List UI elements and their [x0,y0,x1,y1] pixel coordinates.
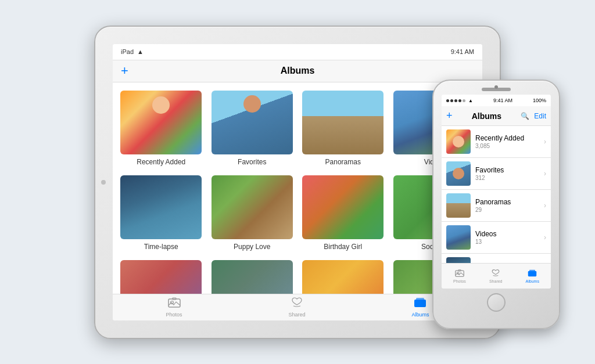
ipad-album-favorites[interactable]: Favorites [210,91,295,166]
ipad-album-thumb-row3a [120,260,202,294]
chevron-right-icon: › [544,170,546,178]
ipad-screen: iPad ▲ 9:41 AM + Albums Recently Add [113,44,482,320]
ipad-albums-grid-container: Recently Added Favorites Panoramas [113,82,482,294]
ipad-time: 9:41 AM [451,48,474,55]
ipad-tab-photos[interactable]: Photos [166,297,182,318]
ipad-album-thumb-panoramas [302,91,383,154]
iphone-edit-button[interactable]: Edit [534,112,546,120]
iphone-album-count-favorites: 312 [475,175,539,181]
ipad-tab-albums-label: Albums [411,312,429,318]
ipad-album-recently-added[interactable]: Recently Added [119,91,204,166]
iphone-album-timelapse[interactable]: Time-lapse 24 › [442,254,551,263]
svg-rect-4 [416,298,424,300]
chevron-right-icon: › [544,138,546,146]
ipad-title: Albums [281,66,315,76]
ipad-album-thumb-recently-added [120,91,202,154]
ipad-album-thumb-row3b [212,260,293,294]
iphone-title: Albums [472,111,501,121]
ipad-album-thumb-birthday [302,175,383,239]
ipad-album-panoramas[interactable]: Panoramas [300,91,386,166]
iphone-thumb-videos [446,225,471,250]
iphone-album-count-videos: 13 [475,239,539,245]
iphone-thumb-recently-added [446,129,471,154]
ipad-album-label-birthday: Birthday Girl [324,243,362,251]
ipad-tab-shared[interactable]: Shared [288,297,305,318]
iphone-album-videos[interactable]: Videos 13 › [442,222,551,254]
chevron-right-icon: › [544,201,546,210]
iphone-home-button[interactable] [487,293,506,312]
iphone-album-count-recently-added: 3,085 [475,143,539,149]
iphone-album-panoramas[interactable]: Panoramas 29 › [442,190,551,222]
iphone-thumb-timelapse [446,257,471,263]
iphone-time: 9:41 AM [493,98,512,103]
ipad-albums-grid: Recently Added Favorites Panoramas [119,91,476,294]
ipad-tab-shared-label: Shared [288,312,305,318]
ipad-device-label: iPad [121,48,134,55]
iphone-tab-shared[interactable]: Shared [489,269,503,283]
iphone-tab-bar: Photos Shared Albums [442,263,551,289]
iphone-camera [494,85,498,89]
iphone-nav-actions: 🔍 Edit [521,112,546,120]
iphone-screen: ▲ 9:41 AM 100% + Albums 🔍 Edit [442,95,551,289]
iphone-device: ▲ 9:41 AM 100% + Albums 🔍 Edit [432,80,560,329]
iphone-album-info-panoramas: Panoramas 29 [471,198,544,213]
photos-tab-icon [455,269,464,279]
ipad-album-puppy-love[interactable]: Puppy Love [210,175,295,251]
ipad-album-label-panoramas: Panoramas [325,158,361,166]
svg-rect-3 [414,300,426,307]
iphone-albums-list: Recently Added 3,085 › Favorites 312 › [442,126,551,263]
ipad-nav-bar: + Albums [113,60,482,82]
ipad-album-label-recently-added: Recently Added [137,158,185,166]
svg-rect-8 [528,271,536,276]
ipad-album-birthday[interactable]: Birthday Girl [300,175,386,251]
ipad-tab-photos-label: Photos [166,312,182,318]
iphone-album-name-videos: Videos [475,230,539,238]
photos-icon [168,297,181,311]
iphone-album-info-recently-added: Recently Added 3,085 [471,134,544,149]
iphone-tab-albums-label: Albums [526,279,539,283]
ipad-status-bar: iPad ▲ 9:41 AM [113,44,482,60]
ipad-album-thumb-timelapse [120,175,202,239]
iphone-album-recently-added[interactable]: Recently Added 3,085 › [442,126,551,158]
iphone-album-favorites[interactable]: Favorites 312 › [442,158,551,190]
ipad-wifi-icon: ▲ [137,48,144,55]
ipad-album-row3c[interactable] [300,260,386,294]
ipad-home-button[interactable] [101,180,106,185]
face-shape [243,95,261,113]
iphone-wifi-icon: ▲ [468,98,473,103]
ipad-add-button[interactable]: + [121,63,128,78]
iphone-album-info-videos: Videos 13 [471,230,544,245]
shared-tab-icon [491,269,500,279]
ipad-album-thumb-favorites [212,91,293,154]
svg-rect-9 [529,269,535,271]
ipad-album-row3b[interactable] [210,260,295,294]
ipad-status-left: iPad ▲ [121,48,144,55]
iphone-tab-photos-label: Photos [453,279,466,283]
iphone-tab-albums[interactable]: Albums [526,269,539,283]
iphone-album-name-favorites: Favorites [475,166,539,174]
svg-rect-0 [169,299,180,307]
iphone-thumb-panoramas [446,193,471,218]
ipad-album-thumb-puppy-love [212,175,293,239]
iphone-status-bar: ▲ 9:41 AM 100% [442,95,551,106]
iphone-album-count-panoramas: 29 [475,207,539,213]
ipad-album-row3a[interactable] [119,260,204,294]
chevron-right-icon: › [544,233,546,242]
albums-tab-icon [528,269,537,279]
iphone-search-button[interactable]: 🔍 [521,112,529,120]
ipad-tab-albums[interactable]: Albums [411,297,429,318]
ipad-album-label-timelapse: Time-lapse [144,243,178,251]
ipad-album-timelapse[interactable]: Time-lapse [119,175,204,251]
ipad-tab-bar: Photos Shared Albums [113,294,482,320]
iphone-album-info-favorites: Favorites 312 [471,166,544,181]
iphone-add-button[interactable]: + [446,110,453,122]
iphone-tab-photos[interactable]: Photos [453,269,466,283]
ipad-album-label-puppy-love: Puppy Love [234,243,270,251]
iphone-tab-shared-label: Shared [489,279,503,283]
ipad-album-label-favorites: Favorites [238,158,266,166]
face-shape [152,96,170,114]
iphone-thumb-favorites [446,161,471,186]
shared-icon [291,297,303,311]
albums-icon [414,297,426,311]
iphone-battery: 100% [533,98,546,103]
